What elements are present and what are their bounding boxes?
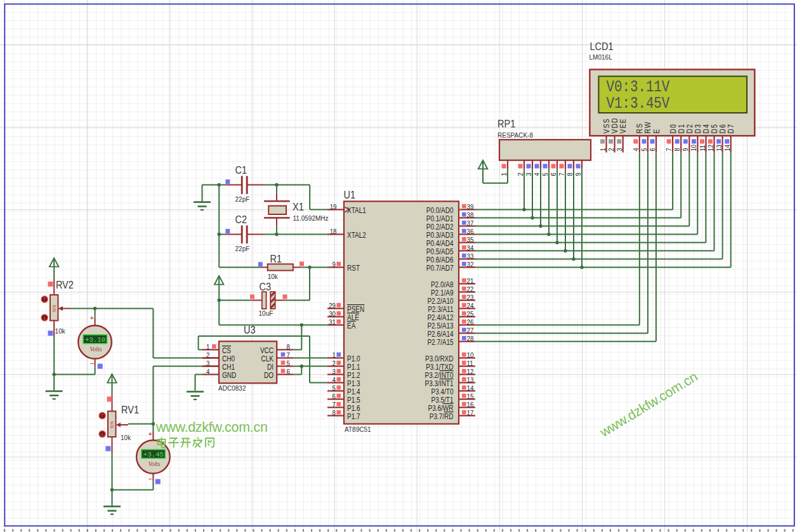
svg-text:8: 8 [333,408,336,417]
svg-text:4: 4 [631,148,640,151]
svg-text:13: 13 [715,145,723,152]
svg-text:7: 7 [287,351,290,359]
svg-text:32: 32 [467,260,474,268]
svg-text:P0.0/AD0: P0.0/AD0 [426,206,454,214]
svg-text:10k: 10k [55,328,66,335]
svg-text:14: 14 [723,145,731,152]
svg-text:EA: EA [347,321,356,330]
svg-text:11.0592MHz: 11.0592MHz [293,215,329,222]
svg-text:X1: X1 [293,201,304,212]
svg-text:GND: GND [222,371,236,379]
svg-text:P0.2/AD2: P0.2/AD2 [426,223,454,231]
svg-text:8: 8 [287,342,290,351]
svg-text:6: 6 [648,148,656,151]
svg-text:P3.6/WR: P3.6/WR [428,404,454,412]
svg-text:D6: D6 [718,124,727,134]
svg-text:CS: CS [222,346,231,354]
svg-text:D0: D0 [669,124,677,134]
svg-text:17: 17 [467,408,474,417]
svg-text:RW: RW [644,121,652,134]
svg-text:4: 4 [532,172,541,176]
svg-text:1: 1 [206,342,209,351]
svg-text:VDD: VDD [610,117,619,134]
svg-text:www.dzkfw.com.cn: www.dzkfw.com.cn [155,420,268,435]
svg-text:V1:3.45V: V1:3.45V [607,94,670,113]
svg-text:P0.4/AD4: P0.4/AD4 [426,239,454,247]
svg-text:27: 27 [467,326,474,334]
svg-text:15: 15 [467,392,474,400]
svg-text:C2: C2 [235,214,247,225]
svg-text:E: E [652,128,661,133]
svg-text:1: 1 [598,148,607,151]
svg-text:10: 10 [467,351,474,359]
svg-text:14: 14 [467,384,474,392]
svg-text:34: 34 [467,243,474,252]
svg-text:2: 2 [607,148,615,151]
svg-text:10k: 10k [268,273,279,280]
svg-text:29: 29 [329,301,336,309]
svg-text:P1.7: P1.7 [347,412,360,420]
svg-text:DI: DI [267,363,273,371]
svg-text:U1: U1 [344,189,356,200]
svg-text:D7: D7 [727,124,735,134]
svg-text:ALE: ALE [347,313,359,321]
svg-text:LCD1: LCD1 [590,41,614,52]
svg-text:2: 2 [516,172,524,176]
svg-text:P0.3/AD3: P0.3/AD3 [426,231,454,239]
svg-text:P3.0/RXD: P3.0/RXD [425,354,453,363]
svg-text:U3: U3 [244,324,256,335]
svg-text:C3: C3 [260,281,272,292]
svg-text:P2.4/A12: P2.4/A12 [427,313,453,321]
svg-text:VSS: VSS [602,118,610,133]
svg-text:DO: DO [264,371,273,379]
svg-text:P3.2/INT0: P3.2/INT0 [425,371,454,379]
svg-text:D2: D2 [685,124,694,134]
svg-text:P3.1/TXD: P3.1/TXD [426,363,453,371]
svg-text:RV1: RV1 [121,404,139,415]
svg-text:P2.2/A10: P2.2/A10 [427,297,453,305]
svg-text:2: 2 [333,359,336,367]
svg-text:9: 9 [681,148,689,151]
svg-text:RP1: RP1 [497,118,515,129]
svg-text:22: 22 [467,285,474,293]
svg-text:AT89C51: AT89C51 [345,426,371,433]
svg-text:25: 25 [467,309,474,318]
svg-text:22pF: 22pF [235,245,250,252]
svg-text:P3.5/T1: P3.5/T1 [431,396,454,404]
svg-text:XTAL2: XTAL2 [347,231,366,239]
svg-text:CH1: CH1 [222,363,235,371]
svg-text:D4: D4 [702,124,710,134]
svg-text:+: + [90,314,94,321]
svg-text:P0.1/AD1: P0.1/AD1 [426,214,454,223]
svg-text:P3.4/T0: P3.4/T0 [431,387,454,396]
svg-text:1: 1 [333,351,336,359]
svg-text:P0.6/AD6: P0.6/AD6 [426,256,454,264]
svg-text:−: − [90,360,94,367]
svg-text:39: 39 [467,202,474,211]
svg-text:−: − [148,475,152,483]
svg-text:D3: D3 [694,124,702,134]
svg-text:10: 10 [689,145,697,152]
svg-text:3: 3 [206,359,209,367]
svg-text:6: 6 [333,392,336,400]
svg-text:12: 12 [706,145,715,152]
svg-text:RST: RST [347,264,360,272]
svg-text:P2.5/A13: P2.5/A13 [427,321,453,330]
svg-text:8: 8 [673,148,681,151]
svg-text:38: 38 [467,211,474,219]
svg-text:Volts: Volts [148,460,161,467]
svg-text:5: 5 [287,359,290,367]
svg-text:12: 12 [467,367,474,375]
svg-text:1: 1 [499,172,508,176]
svg-text:4: 4 [206,367,209,375]
svg-text:VEE: VEE [619,118,627,133]
svg-text:P2.7/A15: P2.7/A15 [427,338,453,346]
svg-text:D1: D1 [677,124,685,134]
svg-text:P1.0: P1.0 [347,354,360,363]
svg-text:P1.3: P1.3 [347,379,360,387]
svg-text:XTAL1: XTAL1 [347,206,366,214]
svg-text:7: 7 [557,172,565,176]
svg-text:18: 18 [330,227,337,235]
svg-text:31: 31 [329,318,336,326]
svg-text:2: 2 [206,351,209,359]
